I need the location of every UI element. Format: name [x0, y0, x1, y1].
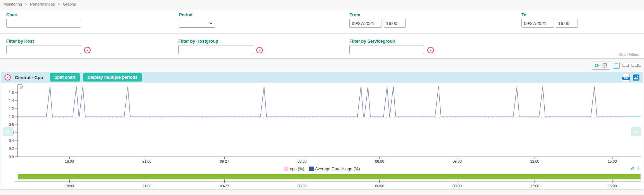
performance-graph-plot[interactable]: 0.00.20.40.60.81.01.21.41.618:0021:0009-… — [1, 83, 643, 165]
chart-header: ✕ Central - Cpu Split chart Display mult… — [1, 72, 643, 83]
svg-text:21:00: 21:00 — [142, 184, 151, 188]
breadcrumb-item-monitoring[interactable]: Monitoring — [3, 2, 22, 6]
from-time-input[interactable] — [384, 19, 406, 28]
clear-hostgroup-filter-icon[interactable]: ✕ — [256, 47, 263, 53]
svg-text:18:00: 18:00 — [65, 159, 74, 163]
svg-text:03:00: 03:00 — [297, 184, 306, 188]
svg-text:06:00: 06:00 — [375, 184, 384, 188]
filter-by-hostgroup-input[interactable] — [178, 45, 253, 54]
chevron-down-icon — [209, 22, 213, 25]
one-column-view-button[interactable] — [613, 62, 620, 69]
svg-text:0.2: 0.2 — [9, 146, 14, 151]
square-icon — [626, 64, 629, 67]
svg-text:06:00: 06:00 — [375, 159, 384, 163]
refresh-icon[interactable]: ⟳ — [594, 63, 599, 68]
edit-graph-icon[interactable]: ✎ — [630, 166, 635, 172]
chart-panel: ✕ Central - Cpu Split chart Display mult… — [1, 72, 643, 190]
svg-text:0.4: 0.4 — [9, 138, 14, 143]
svg-text:1.4: 1.4 — [9, 99, 14, 103]
svg-text:09-27: 09-27 — [220, 159, 229, 163]
period-label: Period — [179, 12, 193, 17]
from-date-input[interactable] — [349, 19, 382, 28]
legend-item[interactable]: Average Cpu Usage (%) — [309, 167, 360, 171]
clear-servicegroup-filter-icon[interactable]: ✕ — [427, 47, 434, 53]
to-time-input[interactable] — [556, 19, 578, 28]
range-selector[interactable]: 18:0021:0009-2703:0006:0009:0012:0015:00 — [1, 173, 642, 189]
svg-text:1.2: 1.2 — [9, 107, 14, 111]
svg-text:09-27: 09-27 — [220, 184, 229, 188]
clear-host-filter-icon[interactable]: ✕ — [84, 47, 91, 53]
chart-filter-input[interactable] — [6, 19, 81, 28]
breadcrumb-separator: > — [58, 2, 60, 6]
square-icon — [638, 64, 641, 67]
svg-text:09:00: 09:00 — [453, 184, 462, 188]
three-column-view-button[interactable] — [632, 64, 641, 67]
chart-filters-label: Chart Filters — [618, 52, 639, 57]
performance-graphs-page: Monitoring > Performances > Graphs Chart… — [0, 0, 644, 195]
filter-row-divider — [0, 33, 644, 34]
two-column-view-button[interactable] — [623, 64, 629, 67]
from-label: From — [349, 12, 360, 17]
svg-text:1.0: 1.0 — [9, 115, 14, 119]
filter-by-servicegroup-label: Filter by Servicegroup — [349, 39, 395, 44]
remove-chart-icon[interactable]: ✕ — [5, 74, 11, 80]
auto-refresh-clock-icon[interactable] — [602, 63, 607, 68]
to-label: To — [521, 12, 526, 17]
square-icon — [635, 64, 638, 67]
filter-by-hostgroup-label: Filter by Hostgroup — [178, 39, 218, 44]
pan-right-button[interactable]: >> — [631, 127, 641, 136]
svg-text:21:00: 21:00 — [142, 159, 151, 163]
svg-text:12:00: 12:00 — [530, 184, 539, 188]
chart-display-toolbar: ⟳ — [592, 61, 641, 69]
filter-by-host-input[interactable] — [6, 45, 81, 54]
split-chart-button[interactable]: Split chart — [50, 73, 80, 82]
export-image-icon[interactable] — [633, 74, 639, 81]
breadcrumb-separator: > — [25, 2, 27, 6]
svg-text:0.8: 0.8 — [9, 122, 14, 127]
svg-text:03:00: 03:00 — [297, 159, 306, 163]
refresh-toolbar-group: ⟳ — [592, 61, 610, 70]
legend-label: Average Cpu Usage (%) — [315, 167, 360, 171]
svg-text:15:00: 15:00 — [608, 159, 617, 163]
filter-panel: Chart Period From To Filter by Host ✕ Fi… — [0, 10, 644, 59]
zoom-reset-icon[interactable] — [20, 85, 23, 89]
filter-by-host-label: Filter by Host — [6, 39, 34, 44]
svg-text:18:00: 18:00 — [65, 184, 74, 188]
chart-title: Central - Cpu — [15, 75, 43, 80]
legend-label: cpu (%) — [290, 167, 304, 171]
breadcrumb: Monitoring > Performances > Graphs — [3, 2, 76, 6]
square-icon — [623, 64, 625, 67]
legend-swatch — [284, 167, 288, 171]
csv-icon-label: CSV — [622, 77, 630, 80]
chart-legend: cpu (%)Average Cpu Usage (%) — [281, 166, 362, 172]
breadcrumb-item-graphs[interactable]: Graphs — [63, 2, 76, 6]
info-icon[interactable]: i — [637, 166, 639, 171]
legend-icons: ✎ i — [630, 166, 639, 172]
main-chart-svg[interactable]: 0.00.20.40.60.81.01.21.41.618:0021:0009-… — [1, 83, 642, 165]
legend-item[interactable]: cpu (%) — [284, 167, 304, 171]
pan-left-button[interactable]: << — [3, 127, 13, 136]
export-csv-icon[interactable]: CSV — [623, 74, 629, 81]
breadcrumb-item-performances[interactable]: Performances — [30, 2, 55, 6]
square-icon — [632, 64, 634, 67]
to-date-input[interactable] — [521, 19, 554, 28]
display-multiple-periods-button[interactable]: Display multiple periods — [83, 73, 142, 82]
svg-text:09:00: 09:00 — [453, 159, 462, 163]
svg-text:1.6: 1.6 — [9, 91, 14, 95]
chart-filter-label: Chart — [6, 12, 18, 17]
svg-text:0.0: 0.0 — [9, 155, 14, 159]
legend-row: cpu (%)Average Cpu Usage (%) ✎ i — [1, 165, 643, 173]
one-column-view-icon — [615, 63, 618, 67]
legend-swatch — [309, 167, 314, 171]
period-select[interactable] — [179, 19, 215, 28]
svg-text:12:00: 12:00 — [530, 159, 539, 163]
svg-text:15:00: 15:00 — [608, 184, 617, 188]
filter-by-servicegroup-input[interactable] — [349, 45, 424, 54]
